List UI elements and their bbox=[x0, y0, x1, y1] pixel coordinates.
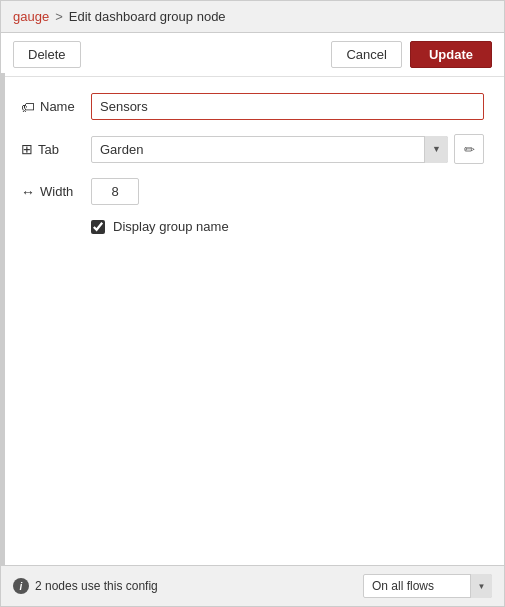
name-input[interactable] bbox=[91, 93, 484, 120]
window: gauge > Edit dashboard group node Delete… bbox=[0, 0, 505, 607]
pencil-icon: ✏ bbox=[464, 142, 475, 157]
name-label: 🏷 Name bbox=[21, 99, 81, 115]
update-button[interactable]: Update bbox=[410, 41, 492, 68]
name-icon: 🏷 bbox=[21, 99, 35, 115]
scope-select[interactable]: On all flows Current flow only bbox=[363, 574, 492, 598]
footer: i 2 nodes use this config On all flows C… bbox=[1, 565, 504, 606]
tab-controls: Garden Home Office ✏ bbox=[91, 134, 484, 164]
main-container: Delete Cancel Update 🏷 Name ⊞ Tab bbox=[1, 33, 504, 606]
scope-select-wrapper: On all flows Current flow only bbox=[363, 574, 492, 598]
cancel-button[interactable]: Cancel bbox=[331, 41, 401, 68]
display-group-name-row: Display group name bbox=[91, 219, 484, 234]
left-accent-bar bbox=[1, 73, 5, 566]
edit-tab-button[interactable]: ✏ bbox=[454, 134, 484, 164]
width-icon: ↔ bbox=[21, 184, 35, 200]
breadcrumb-link[interactable]: gauge bbox=[13, 9, 49, 24]
toolbar-right: Cancel Update bbox=[331, 41, 492, 68]
width-input[interactable] bbox=[91, 178, 139, 205]
toolbar: Delete Cancel Update bbox=[1, 33, 504, 77]
display-group-name-checkbox[interactable] bbox=[91, 220, 105, 234]
page-title: Edit dashboard group node bbox=[69, 9, 226, 24]
width-label: ↔ Width bbox=[21, 184, 81, 200]
delete-button[interactable]: Delete bbox=[13, 41, 81, 68]
display-group-name-label[interactable]: Display group name bbox=[113, 219, 229, 234]
header: gauge > Edit dashboard group node bbox=[1, 1, 504, 33]
width-row: ↔ Width bbox=[21, 178, 484, 205]
tab-row: ⊞ Tab Garden Home Office ✏ bbox=[21, 134, 484, 164]
tab-select-wrapper: Garden Home Office bbox=[91, 136, 448, 163]
footer-info: i 2 nodes use this config bbox=[13, 578, 158, 594]
breadcrumb-separator: > bbox=[55, 9, 63, 24]
form-content: 🏷 Name ⊞ Tab Garden Home Office bbox=[1, 77, 504, 565]
name-row: 🏷 Name bbox=[21, 93, 484, 120]
tab-label: ⊞ Tab bbox=[21, 141, 81, 157]
footer-info-text: 2 nodes use this config bbox=[35, 579, 158, 593]
tab-select[interactable]: Garden Home Office bbox=[91, 136, 448, 163]
tab-icon: ⊞ bbox=[21, 141, 33, 157]
info-icon: i bbox=[13, 578, 29, 594]
